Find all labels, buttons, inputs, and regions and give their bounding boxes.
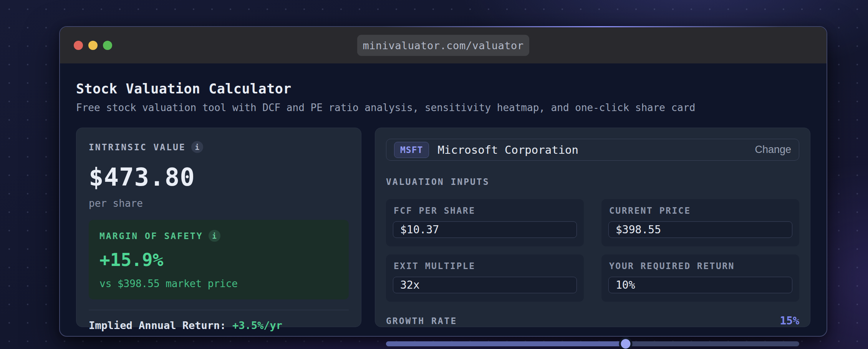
url-text: minivaluator.com/valuator — [363, 39, 524, 51]
ticker-badge: MSFT — [394, 142, 429, 158]
required-return-label: YOUR REQUIRED RETURN — [608, 261, 792, 271]
intrinsic-value-header: INTRINSIC VALUE i — [89, 141, 349, 153]
intrinsic-value-unit: per share — [89, 198, 349, 209]
fcf-per-share-input[interactable] — [393, 221, 577, 238]
margin-of-safety-box: MARGIN OF SAFETY i +15.9% vs $398.55 mar… — [89, 220, 349, 299]
valuation-inputs-label: VALUATION INPUTS — [386, 177, 799, 187]
implied-return-value: +3.5%/yr — [232, 319, 282, 331]
info-icon[interactable]: i — [209, 230, 220, 242]
margin-of-safety-label: MARGIN OF SAFETY — [99, 231, 203, 241]
minimize-window-icon[interactable] — [88, 41, 98, 50]
current-price-label: CURRENT PRICE — [608, 206, 792, 216]
growth-rate-header: GROWTH RATE 15% — [386, 314, 799, 327]
browser-titlebar: minivaluator.com/valuator — [60, 27, 827, 63]
company-row: MSFT Microsoft Corporation Change — [386, 139, 799, 161]
field-exit-multiple: EXIT MULTIPLE — [386, 254, 584, 302]
intrinsic-value-card: INTRINSIC VALUE i $473.80 per share MARG… — [76, 128, 361, 327]
zoom-window-icon[interactable] — [103, 41, 112, 50]
field-required-return: YOUR REQUIRED RETURN — [601, 254, 799, 302]
growth-rate-label: GROWTH RATE — [386, 316, 457, 326]
implied-return-label: Implied Annual Return: — [89, 319, 232, 331]
change-company-button[interactable]: Change — [755, 144, 791, 156]
intrinsic-value-amount: $473.80 — [89, 163, 349, 191]
close-window-icon[interactable] — [74, 41, 83, 50]
inputs-grid: FCF PER SHARE CURRENT PRICE EXIT MULTIPL… — [386, 199, 799, 302]
browser-window: minivaluator.com/valuator Stock Valuatio… — [59, 26, 827, 337]
fcf-per-share-label: FCF PER SHARE — [393, 206, 577, 216]
slider-fill — [386, 341, 626, 346]
field-fcf-per-share: FCF PER SHARE — [386, 199, 584, 246]
page-content: Stock Valuation Calculator Free stock va… — [60, 63, 827, 327]
page-subtitle: Free stock valuation tool with DCF and P… — [76, 102, 810, 113]
field-current-price: CURRENT PRICE — [601, 199, 799, 246]
cards-row: INTRINSIC VALUE i $473.80 per share MARG… — [76, 128, 810, 327]
growth-rate-value: 15% — [780, 314, 799, 327]
info-icon[interactable]: i — [191, 141, 203, 153]
valuation-inputs-card: MSFT Microsoft Corporation Change VALUAT… — [375, 128, 810, 327]
intrinsic-value-label: INTRINSIC VALUE — [89, 142, 186, 152]
required-return-input[interactable] — [608, 277, 792, 293]
divider — [89, 310, 349, 310]
growth-rate-slider[interactable] — [386, 337, 799, 349]
slider-thumb[interactable] — [619, 337, 633, 349]
margin-of-safety-value: +15.9% — [99, 249, 338, 270]
margin-of-safety-header: MARGIN OF SAFETY i — [99, 230, 338, 242]
exit-multiple-input[interactable] — [393, 277, 577, 293]
address-bar[interactable]: minivaluator.com/valuator — [357, 35, 529, 56]
company-name: Microsoft Corporation — [437, 143, 578, 156]
current-price-input[interactable] — [608, 221, 792, 238]
margin-of-safety-comparison: vs $398.55 market price — [99, 278, 338, 289]
page-title: Stock Valuation Calculator — [76, 81, 810, 96]
exit-multiple-label: EXIT MULTIPLE — [393, 261, 577, 271]
implied-return-line: Implied Annual Return: +3.5%/yr — [89, 319, 349, 331]
window-controls — [74, 41, 112, 50]
